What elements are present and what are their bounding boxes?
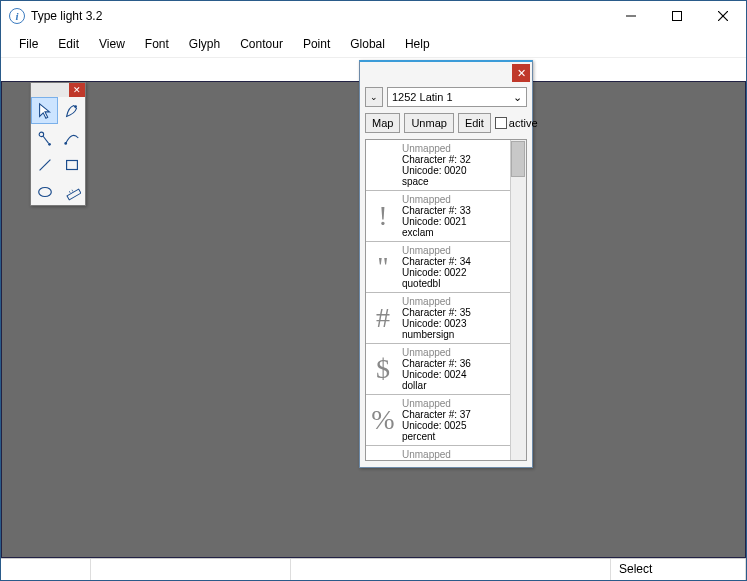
glyph-scrollbar[interactable] [510, 140, 526, 460]
rectangle-tool[interactable] [58, 151, 85, 178]
glyph-scrollbar-thumb[interactable] [511, 141, 525, 177]
glyph-info: UnmappedCharacter #: 37Unicode: 0025perc… [400, 395, 510, 445]
main-window: i Type light 3.2 File Edit View Font Gly… [0, 0, 747, 581]
maximize-button[interactable] [654, 1, 700, 31]
menu-contour[interactable]: Contour [230, 33, 293, 55]
tool-grid [31, 97, 85, 205]
glyph-preview: ! [366, 191, 400, 241]
status-cell-2 [91, 559, 291, 580]
glyph-item[interactable]: UnmappedCharacter #: 32Unicode: 0020spac… [366, 140, 510, 191]
tool-palette-close-button[interactable]: ✕ [69, 83, 85, 97]
svg-line-8 [39, 159, 50, 170]
encoding-select[interactable]: 1252 Latin 1 ⌄ [387, 87, 527, 107]
workspace: ✕ ✕ ⌄ 1252 Latin 1 ⌄ [1, 81, 746, 558]
curve-tool[interactable] [58, 124, 85, 151]
active-checkbox[interactable] [495, 117, 507, 129]
titlebar: i Type light 3.2 [1, 1, 746, 31]
glyph-preview: & [366, 446, 400, 461]
edit-button[interactable]: Edit [458, 113, 491, 133]
menu-view[interactable]: View [89, 33, 135, 55]
glyph-preview: " [366, 242, 400, 292]
menubar: File Edit View Font Glyph Contour Point … [1, 31, 746, 57]
menu-font[interactable]: Font [135, 33, 179, 55]
glyph-item[interactable]: %UnmappedCharacter #: 37Unicode: 0025per… [366, 395, 510, 446]
line-tool[interactable] [31, 151, 58, 178]
glyph-preview: $ [366, 344, 400, 394]
unmap-button[interactable]: Unmap [404, 113, 453, 133]
pen-tool[interactable] [58, 97, 85, 124]
svg-line-12 [69, 191, 70, 193]
svg-point-4 [74, 105, 77, 108]
chevron-down-icon: ⌄ [513, 91, 522, 104]
measure-tool[interactable] [58, 178, 85, 205]
glyph-info: UnmappedCharacter #: 35Unicode: 0023numb… [400, 293, 510, 343]
menu-edit[interactable]: Edit [48, 33, 89, 55]
node-tool[interactable] [31, 124, 58, 151]
tool-palette-titlebar[interactable]: ✕ [31, 83, 85, 97]
glyph-info: UnmappedCharacter #: 36Unicode: 0024doll… [400, 344, 510, 394]
app-icon: i [9, 8, 25, 24]
encoding-dropdown-toggle[interactable]: ⌄ [365, 87, 383, 107]
glyph-info: UnmappedCharacter #: 32Unicode: 0020spac… [400, 140, 510, 190]
svg-rect-9 [66, 160, 77, 169]
svg-line-13 [72, 189, 73, 191]
map-button[interactable]: Map [365, 113, 400, 133]
minimize-button[interactable] [608, 1, 654, 31]
glyph-item[interactable]: #UnmappedCharacter #: 35Unicode: 0023num… [366, 293, 510, 344]
glyph-item[interactable]: &UnmappedCharacter #: 38Unicode: 0026amp… [366, 446, 510, 461]
status-cell-1 [1, 559, 91, 580]
ellipse-tool[interactable] [31, 178, 58, 205]
svg-point-5 [39, 132, 44, 137]
status-tool: Select [611, 559, 746, 580]
close-button[interactable] [700, 1, 746, 31]
glyph-panel: ✕ ⌄ 1252 Latin 1 ⌄ Map Unmap Edit active [359, 60, 533, 468]
encoding-value: 1252 Latin 1 [392, 91, 453, 103]
svg-point-10 [38, 187, 51, 196]
svg-rect-1 [673, 12, 682, 21]
glyph-info: UnmappedCharacter #: 33Unicode: 0021excl… [400, 191, 510, 241]
active-checkbox-wrap: active [495, 117, 538, 129]
glyph-item[interactable]: !UnmappedCharacter #: 33Unicode: 0021exc… [366, 191, 510, 242]
glyph-info: UnmappedCharacter #: 34Unicode: 0022quot… [400, 242, 510, 292]
svg-point-6 [48, 142, 51, 145]
svg-point-7 [64, 142, 67, 145]
tool-palette: ✕ [30, 82, 86, 206]
app-title: Type light 3.2 [31, 9, 608, 23]
glyph-item[interactable]: "UnmappedCharacter #: 34Unicode: 0022quo… [366, 242, 510, 293]
glyph-preview: % [366, 395, 400, 445]
status-cell-3 [291, 559, 611, 580]
menu-help[interactable]: Help [395, 33, 440, 55]
active-label: active [509, 117, 538, 129]
window-controls [608, 1, 746, 31]
glyph-panel-close-button[interactable]: ✕ [512, 64, 530, 82]
menu-point[interactable]: Point [293, 33, 340, 55]
statusbar: Select [1, 558, 746, 580]
glyph-item[interactable]: $UnmappedCharacter #: 36Unicode: 0024dol… [366, 344, 510, 395]
glyph-info: UnmappedCharacter #: 38Unicode: 0026ampe… [400, 446, 510, 461]
menu-file[interactable]: File [9, 33, 48, 55]
svg-rect-11 [66, 189, 80, 200]
glyph-panel-titlebar[interactable]: ✕ [360, 62, 532, 84]
menu-glyph[interactable]: Glyph [179, 33, 230, 55]
glyph-list: UnmappedCharacter #: 32Unicode: 0020spac… [365, 139, 527, 461]
glyph-preview: # [366, 293, 400, 343]
glyph-preview [366, 140, 400, 190]
pointer-tool[interactable] [31, 97, 58, 124]
menu-global[interactable]: Global [340, 33, 395, 55]
